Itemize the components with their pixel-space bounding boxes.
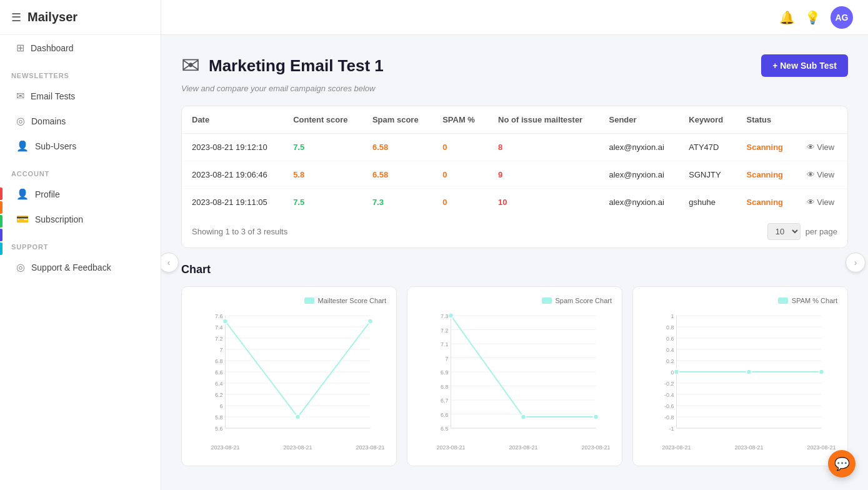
svg-text:6.6: 6.6 xyxy=(441,412,449,418)
sidebar: ☰ Mailyser ⊞ Dashboard NEWSLETTERS ✉ Ema… xyxy=(0,0,161,490)
svg-point-52 xyxy=(594,414,599,419)
svg-text:2023-08-21: 2023-08-21 xyxy=(283,444,312,451)
table-row: 2023-08-21 19:11:05 7.5 7.3 0 10 alex@ny… xyxy=(182,189,847,216)
page-email-icon: ✉ xyxy=(181,52,200,79)
per-page-label: per page xyxy=(806,227,837,236)
sidebar-header: ☰ Mailyser xyxy=(0,0,161,35)
avatar[interactable]: AG xyxy=(831,6,853,29)
chart-card: Spam Score Chart 7.37.27.176.96.86.76.66… xyxy=(407,286,622,466)
svg-point-26 xyxy=(368,319,373,324)
svg-text:2023-08-21: 2023-08-21 xyxy=(807,444,836,451)
svg-text:7.6: 7.6 xyxy=(215,313,223,319)
sidebar-item-subscription[interactable]: 💳 Subscription xyxy=(5,207,156,231)
col-actions xyxy=(797,106,847,134)
cell-issues: 8 xyxy=(488,134,599,161)
svg-text:7.3: 7.3 xyxy=(441,313,449,319)
svg-text:7.4: 7.4 xyxy=(215,324,223,331)
svg-text:7.2: 7.2 xyxy=(215,336,223,342)
svg-text:7: 7 xyxy=(445,356,448,362)
sidebar-item-support[interactable]: ◎ Support & Feedback xyxy=(5,255,156,279)
nav-arrow-left[interactable]: ‹ xyxy=(161,252,179,272)
sidebar-item-sub-users[interactable]: 👤 Sub-Users xyxy=(5,134,156,158)
svg-text:5.6: 5.6 xyxy=(215,426,223,432)
newsletters-section-label: NEWSLETTERS xyxy=(0,61,161,83)
col-status: Status xyxy=(737,106,797,134)
col-spam-score: Spam score xyxy=(362,106,432,134)
cell-spam-score: 7.3 xyxy=(362,189,432,216)
email-icon: ✉ xyxy=(16,90,24,102)
page-title-group: ✉ Marketing Email Test 1 xyxy=(181,52,384,79)
per-page-select: 10 25 50 per page xyxy=(767,223,837,240)
svg-text:2023-08-21: 2023-08-21 xyxy=(581,444,610,451)
sidebar-item-profile[interactable]: 👤 Profile xyxy=(5,182,156,206)
dashboard-icon: ⊞ xyxy=(16,42,24,54)
svg-point-24 xyxy=(223,319,228,324)
cell-view[interactable]: 👁 View xyxy=(797,189,847,216)
profile-icon: 👤 xyxy=(16,188,29,200)
svg-point-50 xyxy=(449,313,454,318)
svg-text:2023-08-21: 2023-08-21 xyxy=(662,444,691,451)
col-date: Date xyxy=(182,106,283,134)
results-table: Date Content score Spam score SPAM % No … xyxy=(182,106,847,216)
view-link[interactable]: 👁 View xyxy=(807,198,837,207)
cell-keyword: gshuhe xyxy=(679,189,736,216)
svg-text:-0.8: -0.8 xyxy=(664,414,674,421)
svg-text:5.8: 5.8 xyxy=(215,414,223,421)
svg-text:7.2: 7.2 xyxy=(441,328,449,334)
results-table-container: Date Content score Spam score SPAM % No … xyxy=(181,106,848,248)
svg-point-81 xyxy=(747,369,752,374)
per-page-dropdown[interactable]: 10 25 50 xyxy=(767,223,801,240)
svg-text:6.8: 6.8 xyxy=(215,358,223,364)
cell-view[interactable]: 👁 View xyxy=(797,134,847,161)
view-link[interactable]: 👁 View xyxy=(807,142,837,152)
chart-legend: Spam Score Chart xyxy=(417,297,612,304)
svg-text:-1: -1 xyxy=(669,426,674,432)
hamburger-icon[interactable]: ☰ xyxy=(11,11,21,24)
svg-text:6.8: 6.8 xyxy=(441,384,449,390)
svg-text:-0.6: -0.6 xyxy=(664,403,674,409)
sub-users-icon: 👤 xyxy=(16,140,29,152)
svg-text:-0.2: -0.2 xyxy=(664,381,674,387)
svg-point-80 xyxy=(674,369,679,374)
svg-text:0.2: 0.2 xyxy=(666,358,674,364)
nav-arrow-right[interactable]: › xyxy=(846,252,866,272)
cell-status: Scanning xyxy=(737,161,797,189)
page-subtitle: View and compare your email campaign sco… xyxy=(181,84,848,93)
svg-text:-0.4: -0.4 xyxy=(664,392,674,398)
svg-point-51 xyxy=(521,414,526,419)
cell-date: 2023-08-21 19:11:05 xyxy=(182,189,283,216)
sidebar-indicators xyxy=(0,188,2,255)
sidebar-item-domains[interactable]: ◎ Domains xyxy=(5,109,156,133)
cell-content-score: 7.5 xyxy=(283,189,362,216)
new-sub-test-button[interactable]: + New Sub Test xyxy=(761,54,848,77)
cell-keyword: ATY47D xyxy=(679,134,736,161)
legend-box xyxy=(304,298,314,304)
page-title: Marketing Email Test 1 xyxy=(209,56,384,76)
cell-spam-score: 6.58 xyxy=(362,161,432,189)
topbar: 🔔 💡 AG xyxy=(161,0,868,35)
main-content: 🔔 💡 AG ‹ › ✉ Marketing Email Test 1 + Ne… xyxy=(161,0,868,490)
svg-text:6.9: 6.9 xyxy=(441,369,449,376)
cell-view[interactable]: 👁 View xyxy=(797,161,847,189)
sidebar-item-email-tests[interactable]: ✉ Email Tests xyxy=(5,84,156,108)
sidebar-item-dashboard[interactable]: ⊞ Dashboard xyxy=(5,36,156,60)
chart-legend-label: Spam Score Chart xyxy=(556,297,612,304)
col-content-score: Content score xyxy=(283,106,362,134)
lightbulb-icon[interactable]: 💡 xyxy=(805,10,821,25)
page-header: ✉ Marketing Email Test 1 + New Sub Test xyxy=(181,52,848,79)
chart-card: Mailtester Score Chart 7.67.47.276.86.66… xyxy=(181,286,397,466)
view-link[interactable]: 👁 View xyxy=(807,170,837,179)
cell-spam-score: 6.58 xyxy=(362,134,432,161)
charts-title: Chart xyxy=(181,263,848,276)
cell-status: Scanning xyxy=(737,189,797,216)
svg-text:0: 0 xyxy=(671,369,674,376)
svg-text:2023-08-21: 2023-08-21 xyxy=(509,444,537,451)
cell-content-score: 7.5 xyxy=(283,134,362,161)
col-keyword: Keyword xyxy=(679,106,736,134)
col-spam-pct: SPAM % xyxy=(432,106,488,134)
svg-text:6: 6 xyxy=(219,403,222,409)
chat-bubble[interactable]: 💬 xyxy=(828,450,856,478)
notification-bell-icon[interactable]: 🔔 xyxy=(779,10,795,25)
svg-text:6.7: 6.7 xyxy=(441,398,449,404)
cell-status: Scanning xyxy=(737,134,797,161)
